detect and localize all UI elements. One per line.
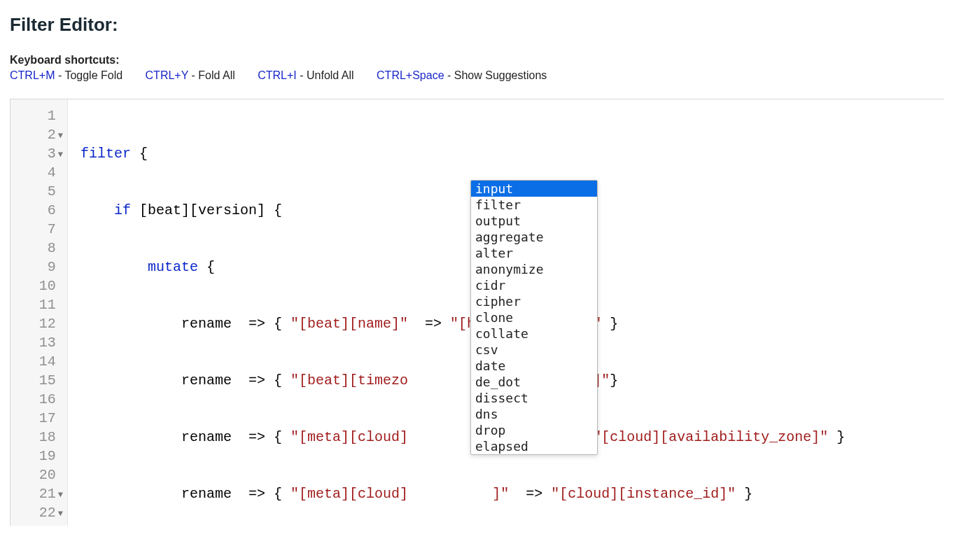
gutter-line[interactable]: 14▼ [10, 352, 67, 371]
autocomplete-item[interactable]: date [471, 358, 597, 374]
gutter-line[interactable]: 11▼ [10, 295, 67, 314]
autocomplete-popup[interactable]: inputfilteroutputaggregatealteranonymize… [470, 180, 598, 455]
autocomplete-item[interactable]: dissect [471, 390, 597, 406]
fold-caret-icon[interactable]: ▼ [56, 131, 63, 141]
shortcut-item: CTRL+Space - Show Suggestions [377, 69, 547, 82]
autocomplete-item[interactable]: drop [471, 422, 597, 438]
autocomplete-item[interactable]: cidr [471, 277, 597, 293]
shortcut-key: CTRL+I [258, 69, 297, 81]
gutter-line[interactable]: 10▼ [10, 276, 67, 295]
autocomplete-item[interactable]: output [471, 213, 597, 229]
gutter-line[interactable]: 6▼ [10, 201, 67, 220]
autocomplete-item[interactable]: collate [471, 326, 597, 342]
autocomplete-item[interactable]: alter [471, 245, 597, 261]
gutter-line[interactable]: 13▼ [10, 333, 67, 352]
gutter-line[interactable]: 22▼ [10, 503, 67, 522]
gutter-line[interactable]: 2▼ [10, 125, 67, 144]
gutter-line[interactable]: 16▼ [10, 390, 67, 409]
autocomplete-item[interactable]: anonymize [471, 261, 597, 277]
gutter-line[interactable]: 4▼ [10, 163, 67, 182]
autocomplete-item[interactable]: dns [471, 406, 597, 422]
shortcut-key: CTRL+M [10, 69, 55, 81]
autocomplete-item[interactable]: csv [471, 342, 597, 358]
gutter-line[interactable]: 18▼ [10, 428, 67, 447]
gutter-line[interactable]: 8▼ [10, 239, 67, 258]
fold-caret-icon[interactable]: ▼ [56, 509, 63, 519]
gutter-line[interactable]: 3▼ [10, 144, 67, 163]
page-title: Filter Editor: [10, 14, 944, 36]
gutter-line[interactable]: 21▼ [10, 484, 67, 503]
gutter-line[interactable]: 20▼ [10, 465, 67, 484]
gutter-line[interactable]: 1▼ [10, 106, 67, 125]
autocomplete-item[interactable]: de_dot [471, 374, 597, 390]
autocomplete-item[interactable]: filter [471, 197, 597, 213]
editor-code-area[interactable]: filter { if [beat][version] { mutate { r… [68, 99, 944, 526]
code-line[interactable]: filter { [80, 144, 944, 163]
autocomplete-item[interactable]: clone [471, 309, 597, 326]
gutter-line[interactable]: 9▼ [10, 258, 67, 276]
shortcuts-row: CTRL+M - Toggle Fold CTRL+Y - Fold All C… [10, 69, 944, 82]
shortcut-item: CTRL+M - Toggle Fold [10, 69, 122, 82]
gutter-line[interactable]: 7▼ [10, 220, 67, 239]
autocomplete-item[interactable]: cipher [471, 293, 597, 309]
autocomplete-item[interactable]: elapsed [471, 438, 597, 454]
shortcuts-heading: Keyboard shortcuts: [10, 54, 944, 66]
shortcut-desc: - Unfold All [297, 69, 354, 81]
shortcut-key: CTRL+Space [377, 69, 444, 81]
autocomplete-item[interactable]: input [471, 181, 597, 197]
shortcut-key: CTRL+Y [146, 69, 189, 81]
gutter-line[interactable]: 5▼ [10, 182, 67, 201]
gutter-line[interactable]: 19▼ [10, 447, 67, 465]
shortcut-item: CTRL+Y - Fold All [146, 69, 235, 82]
autocomplete-item[interactable]: aggregate [471, 229, 597, 245]
shortcut-desc: - Show Suggestions [444, 69, 547, 81]
gutter-line[interactable]: 17▼ [10, 409, 67, 428]
gutter-line[interactable]: 12▼ [10, 314, 67, 333]
fold-caret-icon[interactable]: ▼ [56, 150, 63, 160]
code-line[interactable]: rename => { "[meta][cloud] ]" => "[cloud… [80, 484, 944, 503]
code-editor[interactable]: 1▼2▼3▼4▼5▼6▼7▼8▼9▼10▼11▼12▼13▼14▼15▼16▼1… [10, 99, 944, 526]
shortcut-desc: - Toggle Fold [55, 69, 122, 81]
gutter-line[interactable]: 15▼ [10, 371, 67, 390]
shortcut-desc: - Fold All [188, 69, 235, 81]
shortcut-item: CTRL+I - Unfold All [258, 69, 353, 82]
editor-gutter: 1▼2▼3▼4▼5▼6▼7▼8▼9▼10▼11▼12▼13▼14▼15▼16▼1… [10, 99, 68, 526]
fold-caret-icon[interactable]: ▼ [56, 490, 63, 500]
